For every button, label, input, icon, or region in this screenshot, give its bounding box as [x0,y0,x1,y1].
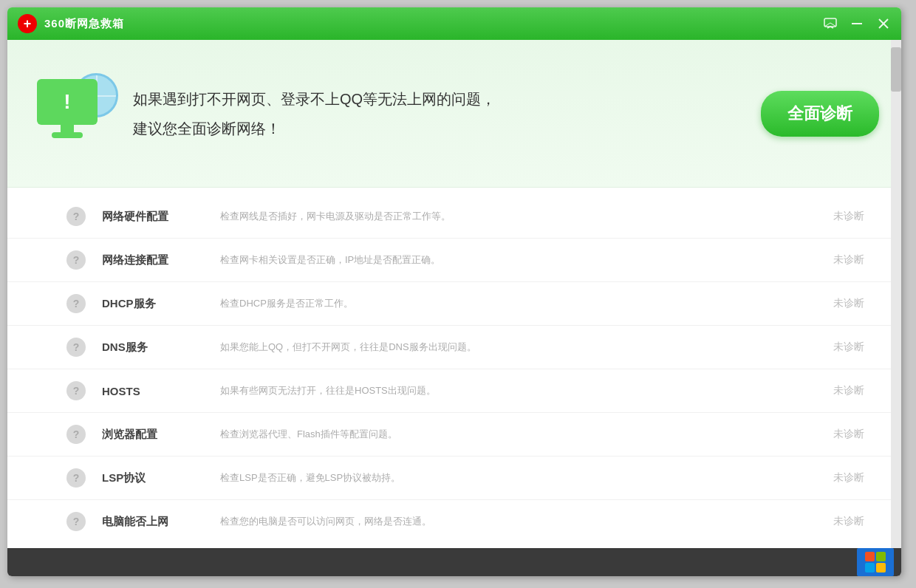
title-bar: 360断网急救箱 [7,7,901,40]
table-row[interactable]: ?浏览器配置检查浏览器代理、Flash插件等配置问题。未诊断 [7,413,901,457]
diagnose-button[interactable]: 全面诊断 [761,91,879,137]
windows-logo [865,552,886,572]
diag-item-desc: 如果有些网页无法打开，往往是HOSTS出现问题。 [220,384,820,397]
diag-item-status: 未诊断 [820,471,864,485]
table-row[interactable]: ?LSP协议检查LSP是否正确，避免LSP协议被劫持。未诊断 [7,457,901,500]
diag-item-status: 未诊断 [820,210,864,223]
diag-item-name: 浏览器配置 [102,428,220,442]
app-window: 360断网急救箱 [7,7,901,576]
diag-item-status: 未诊断 [820,341,864,354]
windows-taskbar-icon[interactable] [857,548,894,576]
question-icon: ? [66,512,86,531]
diag-item-status: 未诊断 [820,253,864,267]
question-icon: ? [66,338,86,357]
table-row[interactable]: ?HOSTS如果有些网页无法打开，往往是HOSTS出现问题。未诊断 [7,369,901,413]
diag-item-desc: 检查浏览器代理、Flash插件等配置问题。 [220,428,820,441]
diag-item-status: 未诊断 [820,297,864,310]
banner-left: ! 如果遇到打不开网页、登录不上QQ等无法上网的问题， 建议您全面诊断网络！ [30,73,496,154]
diag-item-name: 网络连接配置 [102,253,220,267]
banner-main-text: 如果遇到打不开网页、登录不上QQ等无法上网的问题， [133,87,496,111]
question-icon: ? [66,468,86,488]
app-logo [18,14,37,33]
diag-item-name: 电脑能否上网 [102,515,220,529]
diagnostic-list: ?网络硬件配置检查网线是否插好，网卡电源及驱动是否正常工作等。未诊断?网络连接配… [7,188,901,550]
question-icon: ? [66,250,86,270]
diag-item-desc: 检查LSP是否正确，避免LSP协议被劫持。 [220,471,820,485]
question-icon: ? [66,294,86,313]
table-row[interactable]: ?电脑能否上网检查您的电脑是否可以访问网页，网络是否连通。未诊断 [7,500,901,543]
message-icon[interactable] [823,16,838,31]
diag-item-name: DNS服务 [102,341,220,355]
close-button[interactable] [876,16,891,31]
question-icon: ? [66,425,86,444]
table-row[interactable]: ?DNS服务如果您能上QQ，但打不开网页，往往是DNS服务出现问题。未诊断 [7,326,901,369]
banner-illustration: ! [30,73,118,154]
minimize-button[interactable] [850,16,864,31]
question-icon: ? [66,207,86,226]
diag-item-desc: 如果您能上QQ，但打不开网页，往往是DNS服务出现问题。 [220,341,820,354]
banner: ! 如果遇到打不开网页、登录不上QQ等无法上网的问题， 建议您全面诊断网络！ 全… [7,40,901,188]
diag-item-status: 未诊断 [820,384,864,397]
question-icon: ? [66,381,86,400]
diag-item-name: 网络硬件配置 [102,210,220,224]
bottom-taskbar [7,548,901,576]
diag-item-desc: 检查网卡相关设置是否正确，IP地址是否配置正确。 [220,253,820,267]
diag-item-name: LSP协议 [102,471,220,485]
diag-item-desc: 检查网线是否插好，网卡电源及驱动是否正常工作等。 [220,210,820,223]
diag-item-status: 未诊断 [820,428,864,441]
diag-item-name: HOSTS [102,385,220,397]
scrollbar-track[interactable] [891,40,901,548]
diag-item-desc: 检查您的电脑是否可以访问网页，网络是否连通。 [220,515,820,528]
diag-item-name: DHCP服务 [102,297,220,311]
app-title: 360断网急救箱 [44,17,124,31]
table-row[interactable]: ?网络硬件配置检查网线是否插好，网卡电源及驱动是否正常工作等。未诊断 [7,195,901,239]
table-row[interactable]: ?DHCP服务检查DHCP服务是否正常工作。未诊断 [7,282,901,326]
scrollbar-thumb[interactable] [891,47,901,92]
monitor-icon: ! [37,79,98,125]
banner-sub-text: 建议您全面诊断网络！ [133,117,496,140]
diag-item-desc: 检查DHCP服务是否正常工作。 [220,297,820,310]
banner-text: 如果遇到打不开网页、登录不上QQ等无法上网的问题， 建议您全面诊断网络！ [133,87,496,140]
diag-item-status: 未诊断 [820,515,864,528]
table-row[interactable]: ?网络连接配置检查网卡相关设置是否正确，IP地址是否配置正确。未诊断 [7,239,901,282]
window-controls [823,16,891,31]
